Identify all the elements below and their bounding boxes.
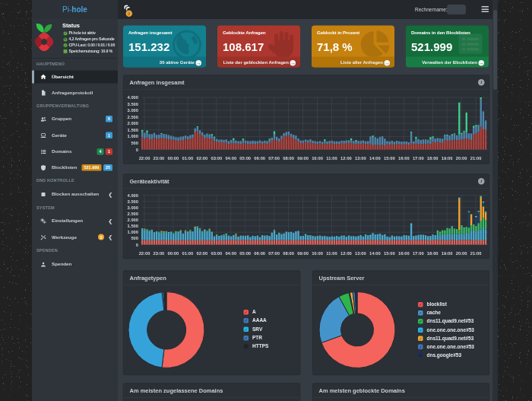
- svg-text:3.000: 3.000: [128, 108, 138, 113]
- svg-text:09:00: 09:00: [297, 156, 309, 161]
- svg-text:01:00: 01:00: [182, 156, 194, 161]
- svg-text:22:00: 22:00: [139, 156, 150, 161]
- svg-text:18:00: 18:00: [427, 251, 439, 256]
- svg-text:2.000: 2.000: [128, 121, 138, 126]
- svg-text:18:00: 18:00: [427, 156, 439, 161]
- svg-text:23:00: 23:00: [154, 251, 165, 256]
- svg-text:16:00: 16:00: [398, 251, 410, 256]
- svg-text:23:00: 23:00: [154, 156, 165, 161]
- svg-text:11:00: 11:00: [326, 156, 337, 161]
- svg-text:21:00: 21:00: [470, 251, 482, 256]
- svg-text:05:00: 05:00: [239, 156, 251, 161]
- svg-text:02:00: 02:00: [196, 156, 207, 161]
- svg-text:15:00: 15:00: [384, 251, 395, 256]
- svg-text:04:00: 04:00: [225, 251, 236, 256]
- svg-text:500: 500: [131, 236, 138, 240]
- svg-text:1.500: 1.500: [128, 224, 138, 228]
- svg-text:03:00: 03:00: [211, 251, 222, 256]
- svg-text:4.000: 4.000: [128, 95, 138, 100]
- svg-text:08:00: 08:00: [283, 156, 294, 161]
- svg-text:00:00: 00:00: [168, 251, 179, 256]
- svg-text:15:00: 15:00: [384, 156, 395, 161]
- svg-text:13:00: 13:00: [355, 156, 366, 161]
- svg-text:14:00: 14:00: [369, 156, 381, 161]
- svg-text:13:00: 13:00: [355, 251, 366, 256]
- svg-text:01:00: 01:00: [182, 251, 194, 256]
- svg-text:20:00: 20:00: [456, 251, 467, 256]
- svg-text:3.000: 3.000: [128, 205, 138, 210]
- svg-text:10:00: 10:00: [312, 251, 323, 256]
- svg-text:07:00: 07:00: [268, 251, 280, 256]
- svg-text:1.000: 1.000: [128, 134, 138, 138]
- svg-text:0: 0: [136, 243, 138, 247]
- svg-text:06:00: 06:00: [254, 251, 265, 256]
- svg-text:4.000: 4.000: [128, 193, 138, 198]
- svg-text:03:00: 03:00: [211, 156, 222, 161]
- svg-text:21:00: 21:00: [470, 156, 482, 161]
- svg-text:0: 0: [136, 148, 138, 152]
- svg-text:02:00: 02:00: [196, 251, 207, 256]
- svg-text:05:00: 05:00: [239, 251, 251, 256]
- svg-text:09:00: 09:00: [297, 251, 309, 256]
- svg-text:08:00: 08:00: [283, 251, 294, 256]
- svg-text:20:00: 20:00: [456, 156, 467, 161]
- svg-text:16:00: 16:00: [398, 156, 410, 161]
- svg-text:2.000: 2.000: [128, 218, 138, 222]
- svg-text:1.500: 1.500: [128, 128, 138, 132]
- svg-text:500: 500: [131, 141, 138, 145]
- svg-text:3.500: 3.500: [128, 199, 138, 204]
- svg-text:19:00: 19:00: [442, 156, 453, 161]
- svg-text:04:00: 04:00: [225, 156, 236, 161]
- svg-text:17:00: 17:00: [413, 251, 424, 256]
- svg-text:14:00: 14:00: [369, 251, 381, 256]
- svg-text:12:00: 12:00: [340, 156, 352, 161]
- svg-text:1.000: 1.000: [128, 230, 138, 234]
- svg-text:00:00: 00:00: [168, 156, 179, 161]
- svg-text:11:00: 11:00: [326, 251, 337, 256]
- svg-text:19:00: 19:00: [442, 251, 453, 256]
- svg-text:2.500: 2.500: [128, 115, 138, 119]
- svg-text:10:00: 10:00: [312, 156, 323, 161]
- svg-text:12:00: 12:00: [340, 251, 352, 256]
- svg-text:3.500: 3.500: [128, 102, 138, 107]
- svg-text:2.500: 2.500: [128, 212, 138, 216]
- svg-text:22:00: 22:00: [139, 251, 150, 256]
- svg-text:07:00: 07:00: [268, 156, 280, 161]
- svg-text:06:00: 06:00: [254, 156, 265, 161]
- svg-text:17:00: 17:00: [413, 156, 424, 161]
